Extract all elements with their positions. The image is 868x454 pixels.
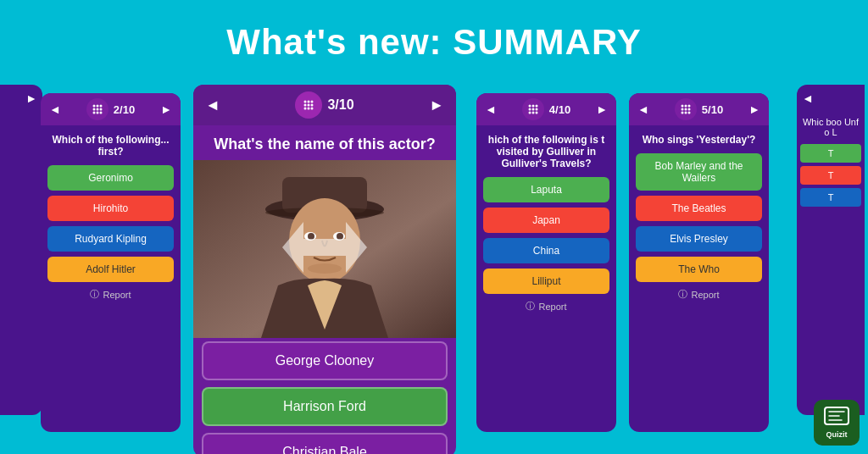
- card-left-nav-center: 2/10: [86, 98, 135, 120]
- card-center-quiz-icon: [295, 91, 322, 119]
- far-right-arrow-left[interactable]: ◄: [802, 91, 814, 105]
- svg-point-44: [684, 108, 687, 111]
- svg-marker-30: [325, 222, 367, 273]
- svg-point-41: [684, 105, 687, 108]
- report-icon-right: ⓘ: [526, 300, 535, 313]
- svg-point-43: [681, 108, 683, 111]
- card-right2-report: ⓘ Report: [629, 285, 769, 304]
- svg-marker-29: [282, 222, 325, 273]
- svg-point-47: [684, 112, 687, 114]
- card-center-next[interactable]: ►: [429, 97, 444, 114]
- card-far-right-answer-1[interactable]: T: [800, 166, 861, 185]
- far-left-arrow-right[interactable]: ►: [25, 91, 37, 105]
- card-far-right-answer-2[interactable]: T: [800, 188, 861, 207]
- card-center-prev[interactable]: ◄: [205, 97, 220, 114]
- card-right-answer-2[interactable]: China: [483, 238, 609, 263]
- card-left-next[interactable]: ►: [160, 102, 172, 116]
- svg-point-7: [96, 112, 98, 114]
- svg-point-0: [92, 105, 95, 108]
- card-center-nav-center: 3/10: [295, 91, 353, 119]
- svg-point-33: [535, 105, 537, 108]
- svg-point-8: [99, 112, 102, 114]
- card-right2-next[interactable]: ►: [748, 102, 760, 116]
- svg-point-11: [311, 101, 314, 103]
- card-left: ◄ 2/10 ► Which of the following... first…: [41, 93, 181, 432]
- svg-point-14: [311, 104, 314, 107]
- report-icon-right2: ⓘ: [678, 288, 687, 301]
- svg-point-3: [92, 108, 95, 111]
- svg-point-1: [96, 105, 98, 108]
- svg-point-42: [687, 105, 690, 108]
- card-right2-nav: ◄ 5/10 ►: [629, 93, 769, 125]
- card-right2: ◄ 5/10 ► Who sings 'Yesterday'? Bob Marl…: [629, 93, 769, 432]
- header: What's new: SUMMARY: [0, 0, 868, 85]
- card-center: ◄ 3/10 ► What's the name of this actor?: [193, 85, 456, 454]
- svg-point-37: [528, 112, 531, 114]
- card-center-question: What's the name of this actor?: [193, 125, 456, 160]
- card-right-answer-0[interactable]: Laputa: [483, 177, 609, 202]
- card-left-report: ⓘ Report: [41, 285, 181, 304]
- cards-area: ► ◄ 2/10 ► Which of the following... fir…: [0, 85, 868, 454]
- card-left-count: 2/10: [114, 103, 135, 116]
- card-center-answer-1[interactable]: Harrison Ford: [202, 387, 448, 426]
- card-right2-answer-2[interactable]: Elvis Presley: [636, 226, 762, 252]
- svg-point-5: [99, 108, 102, 111]
- svg-point-9: [304, 101, 307, 103]
- svg-point-40: [681, 105, 683, 108]
- svg-point-34: [528, 108, 531, 111]
- svg-point-15: [304, 108, 307, 110]
- report-icon-left: ⓘ: [90, 288, 99, 301]
- card-far-right-answer-0[interactable]: T: [800, 144, 861, 163]
- image-nav-overlay: [193, 160, 456, 338]
- quizit-label: Quizit: [826, 430, 848, 439]
- card-right2-quiz-icon: [675, 98, 697, 120]
- card-right-nav-center: 4/10: [522, 98, 570, 120]
- svg-point-17: [311, 108, 314, 110]
- svg-point-10: [308, 101, 310, 103]
- card-right2-answer-1[interactable]: The Beatles: [636, 196, 762, 221]
- svg-point-38: [531, 112, 534, 114]
- card-left-answer-2[interactable]: Rudyard Kipling: [47, 226, 174, 252]
- card-far-right: ◄ Whic boo Unfo L T T T: [797, 85, 865, 415]
- card-left-answer-3[interactable]: Adolf Hitler: [47, 257, 174, 282]
- card-center-answer-2[interactable]: Christian Bale: [202, 433, 448, 454]
- svg-point-39: [535, 112, 537, 114]
- svg-point-2: [99, 105, 102, 108]
- card-right-report: ⓘ Report: [476, 296, 616, 316]
- svg-point-13: [308, 104, 310, 107]
- card-right-next[interactable]: ►: [596, 102, 608, 116]
- svg-point-35: [531, 108, 534, 111]
- card-right-answer-1[interactable]: Japan: [483, 208, 609, 233]
- svg-point-6: [92, 112, 95, 114]
- card-far-right-question-partial: Whic boo Unfo L: [797, 112, 865, 142]
- card-center-image: [193, 160, 456, 338]
- svg-point-12: [304, 104, 307, 107]
- card-right2-nav-center: 5/10: [675, 98, 723, 120]
- svg-point-46: [681, 112, 683, 114]
- card-center-count: 3/10: [327, 97, 353, 113]
- card-left-nav: ◄ 2/10 ►: [41, 93, 181, 125]
- card-right-quiz-icon: [522, 98, 544, 120]
- card-far-left: ►: [0, 85, 42, 415]
- card-left-question: Which of the following... first?: [41, 125, 181, 163]
- svg-point-4: [96, 108, 98, 111]
- svg-point-48: [687, 112, 690, 114]
- quizit-logo[interactable]: Quizit: [814, 400, 860, 446]
- card-center-nav: ◄ 3/10 ►: [193, 85, 456, 125]
- card-center-answer-0[interactable]: George Clooney: [202, 341, 448, 380]
- card-right2-question: Who sings 'Yesterday'?: [629, 125, 769, 151]
- svg-point-45: [687, 108, 690, 111]
- card-right-question: hich of the following is t visited by Gu…: [476, 125, 616, 174]
- svg-point-31: [528, 105, 531, 108]
- svg-point-36: [535, 108, 537, 111]
- card-left-answer-1[interactable]: Hirohito: [47, 196, 174, 221]
- card-left-answer-0[interactable]: Geronimo: [47, 165, 174, 191]
- card-right-prev[interactable]: ◄: [485, 102, 497, 116]
- card-right2-answer-3[interactable]: The Who: [636, 257, 762, 282]
- card-left-prev[interactable]: ◄: [49, 102, 61, 116]
- card-right2-answer-0[interactable]: Bob Marley and the Wailers: [636, 153, 762, 191]
- card-right-answer-3[interactable]: Lilliput: [483, 269, 609, 294]
- svg-point-16: [308, 108, 310, 110]
- card-right2-prev[interactable]: ◄: [637, 102, 649, 116]
- page-title: What's new: SUMMARY: [226, 22, 641, 63]
